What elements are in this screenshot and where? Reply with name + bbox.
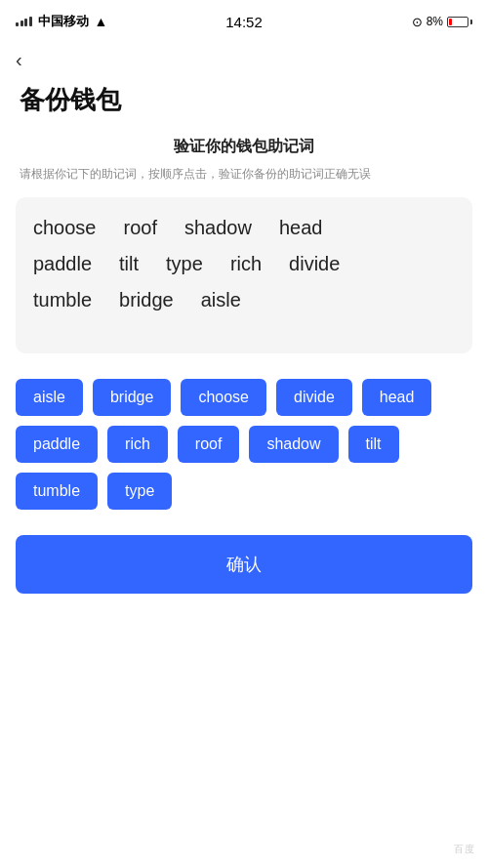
chip-type[interactable]: type [107, 473, 172, 510]
display-word-paddle: paddle [33, 253, 92, 275]
chip-paddle[interactable]: paddle [16, 426, 98, 463]
signal-icon [16, 17, 32, 26]
section-description: 请根据你记下的助记词，按顺序点击，验证你备份的助记词正确无误 [0, 165, 488, 184]
display-word-tilt: tilt [119, 253, 139, 275]
word-row-2: paddle tilt type rich divide [33, 253, 455, 275]
section-title: 验证你的钱包助记词 [0, 137, 488, 157]
confirm-button-wrapper: 确认 [0, 525, 488, 623]
status-bar: 中国移动 ▲ 14:52 ⊙ 8% [0, 0, 488, 39]
chip-roof[interactable]: roof [178, 426, 240, 463]
watermark: 百度 [454, 843, 474, 856]
status-right: ⊙ 8% [412, 15, 472, 29]
display-word-rich: rich [230, 253, 262, 275]
battery-icon [447, 17, 472, 27]
back-icon: ‹ [16, 49, 22, 70]
status-left: 中国移动 ▲ [16, 13, 107, 30]
word-display-area: choose roof shadow head paddle tilt type… [16, 197, 472, 353]
circle-icon: ⊙ [412, 15, 423, 29]
status-time: 14:52 [225, 14, 263, 30]
display-word-aisle: aisle [201, 289, 241, 311]
chip-tilt[interactable]: tilt [348, 426, 399, 463]
display-word-divide: divide [289, 253, 340, 275]
confirm-button[interactable]: 确认 [16, 535, 472, 594]
chip-divide[interactable]: divide [276, 379, 352, 416]
word-row-3: tumble bridge aisle [33, 289, 455, 311]
chip-head[interactable]: head [362, 379, 432, 416]
battery-percent: 8% [427, 15, 443, 28]
display-word-bridge: bridge [119, 289, 174, 311]
chip-choose[interactable]: choose [181, 379, 266, 416]
display-word-choose: choose [33, 217, 97, 239]
word-chips-container: aisle bridge choose divide head paddle r… [0, 373, 488, 525]
chip-rich[interactable]: rich [107, 426, 168, 463]
back-button[interactable]: ‹ [0, 39, 38, 77]
chip-tumble[interactable]: tumble [16, 473, 98, 510]
chip-shadow[interactable]: shadow [249, 426, 338, 463]
carrier-label: 中国移动 [38, 13, 89, 30]
wifi-icon: ▲ [95, 14, 108, 29]
display-word-type: type [166, 253, 203, 275]
word-row-1: choose roof shadow head [33, 217, 455, 239]
display-word-tumble: tumble [33, 289, 92, 311]
display-word-shadow: shadow [184, 217, 252, 239]
chip-bridge[interactable]: bridge [93, 379, 171, 416]
page-title: 备份钱包 [0, 77, 488, 137]
display-word-roof: roof [124, 217, 157, 239]
chip-aisle[interactable]: aisle [16, 379, 83, 416]
display-word-head: head [279, 217, 323, 239]
